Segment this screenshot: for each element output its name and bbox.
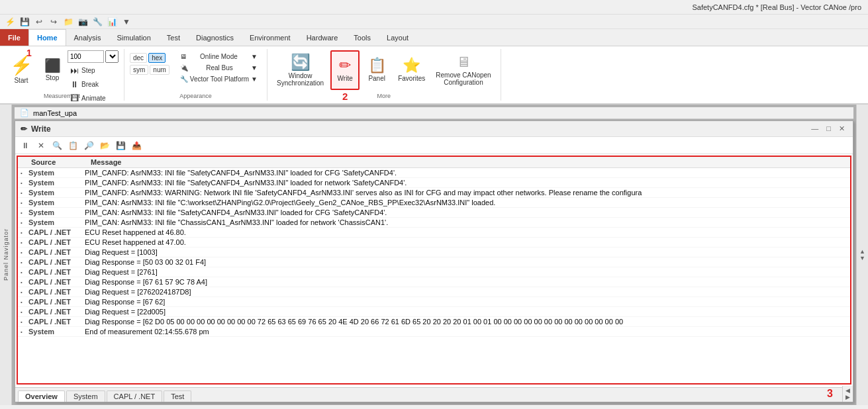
speed-input[interactable] bbox=[68, 50, 104, 63]
bottom-tab-overview[interactable]: Overview bbox=[18, 390, 65, 402]
remove-canopen-button[interactable]: 🖥 Remove CANopen Configuration bbox=[432, 50, 495, 90]
vtp-chevron: ▼ bbox=[251, 75, 258, 83]
log-row[interactable]: • System PIM_CAN: AsrNM33: INI file "Saf… bbox=[18, 208, 850, 218]
log-row[interactable]: • CAPL / .NET Diag Request = [2761] bbox=[18, 267, 850, 277]
real-bus-dropdown[interactable]: 🔌 Real Bus ▼ bbox=[176, 63, 262, 73]
scroll-left-icon[interactable]: ◀ bbox=[845, 387, 850, 394]
tab-hardware[interactable]: Hardware bbox=[299, 29, 346, 46]
find-btn[interactable]: 🔎 bbox=[81, 139, 96, 152]
tab-simulation[interactable]: Simulation bbox=[109, 29, 158, 46]
window-sync-icon: 🔄 bbox=[291, 54, 311, 70]
panel-button[interactable]: 📋 Panel bbox=[362, 50, 391, 90]
qa-save-icon[interactable]: 💾 bbox=[18, 15, 31, 28]
log-bullet: • bbox=[21, 169, 28, 176]
log-source: CAPL / .NET bbox=[28, 298, 85, 306]
log-row[interactable]: • System End of measurement 02:14:55.678… bbox=[18, 327, 850, 337]
bottom-tab-system[interactable]: System bbox=[66, 390, 105, 402]
stop-button[interactable]: ⬛ Stop bbox=[40, 50, 65, 90]
favorites-button[interactable]: ⭐ Favorites bbox=[394, 50, 429, 90]
log-row[interactable]: • System PIM_CANFD: AsrNM33: INI file "S… bbox=[18, 178, 850, 188]
log-message: Diag Response = [62 D0 05 00 00 00 00 00… bbox=[85, 318, 847, 326]
tab-environment[interactable]: Environment bbox=[242, 29, 299, 46]
window-sync-button[interactable]: 🔄 Window Synchronization bbox=[273, 50, 328, 90]
start-button[interactable]: ⚡ Start bbox=[5, 50, 37, 90]
log-source: CAPL / .NET bbox=[28, 258, 85, 266]
log-row[interactable]: • CAPL / .NET Diag Response = [67 62] bbox=[18, 297, 850, 307]
tab-tools[interactable]: Tools bbox=[346, 29, 379, 46]
log-bullet: • bbox=[21, 199, 28, 206]
log-source: System bbox=[28, 218, 85, 226]
save-log-btn[interactable]: 💾 bbox=[113, 139, 128, 152]
close-button[interactable]: ✕ bbox=[836, 124, 847, 133]
qa-chart-icon[interactable]: 📊 bbox=[105, 15, 119, 28]
bottom-tab-test[interactable]: Test bbox=[164, 390, 191, 402]
minimize-button[interactable]: — bbox=[808, 124, 821, 133]
log-row[interactable]: • System PIM_CAN: AsrNM33: INI file "C:\… bbox=[18, 198, 850, 208]
step-button[interactable]: ⏭ Step bbox=[68, 64, 119, 77]
log-row[interactable]: • CAPL / .NET Diag Request = [22d005] bbox=[18, 307, 850, 317]
clear-btn[interactable]: ✕ bbox=[34, 139, 48, 152]
outer-window-bar: 📄 manTest_upa bbox=[15, 107, 853, 119]
scroll-right-icon[interactable]: ▶ bbox=[845, 394, 850, 400]
vtp-icon: 🔧 bbox=[180, 75, 188, 83]
log-source: System bbox=[28, 328, 85, 336]
num-mode-btn[interactable]: num bbox=[150, 65, 169, 75]
copy-btn[interactable]: 📋 bbox=[66, 139, 80, 152]
qa-open-icon[interactable]: 📁 bbox=[62, 15, 75, 28]
sym-mode-btn[interactable]: sym bbox=[130, 65, 148, 75]
qa-more-icon[interactable]: ▼ bbox=[120, 15, 133, 28]
qa-tools-icon[interactable]: 🔧 bbox=[91, 15, 104, 28]
log-row[interactable]: • CAPL / .NET Diag Response = [67 61 57 … bbox=[18, 277, 850, 287]
qa-new-icon[interactable]: ⚡ bbox=[3, 15, 17, 28]
step-icon: ⏭ bbox=[70, 66, 79, 75]
log-row[interactable]: • System PIM_CAN: AsrNM33: INI file "Cha… bbox=[18, 218, 850, 228]
log-source: System bbox=[28, 208, 85, 216]
log-bullet: • bbox=[21, 268, 28, 275]
log-row[interactable]: • CAPL / .NET ECU Reset happened at 47.0… bbox=[18, 238, 850, 248]
maximize-button[interactable]: □ bbox=[824, 124, 834, 133]
pause-btn[interactable]: ⏸ bbox=[18, 139, 32, 152]
right-scroll-up[interactable]: ▲ bbox=[859, 248, 865, 255]
write-window-controls: — □ ✕ bbox=[808, 124, 847, 133]
log-bullet: • bbox=[21, 328, 28, 335]
log-area[interactable]: Source Message • System PIM_CANFD: AsrNM… bbox=[17, 156, 851, 385]
export-btn[interactable]: 📤 bbox=[129, 139, 144, 152]
filter-btn[interactable]: 🔍 bbox=[50, 139, 64, 152]
tab-layout[interactable]: Layout bbox=[379, 29, 416, 46]
right-scroll-down[interactable]: ▼ bbox=[859, 255, 865, 261]
log-row[interactable]: • CAPL / .NET ECU Reset happened at 46.8… bbox=[18, 228, 850, 238]
log-row[interactable]: • CAPL / .NET Diag Request = [1003] bbox=[18, 248, 850, 257]
log-message: Diag Response = [67 62] bbox=[85, 298, 847, 306]
log-row[interactable]: • CAPL / .NET Diag Response = [50 03 00 … bbox=[18, 257, 850, 267]
open-btn[interactable]: 📂 bbox=[97, 139, 112, 152]
write-toolbar: ⏸ ✕ 🔍 📋 🔎 📂 💾 📤 bbox=[15, 137, 853, 154]
log-bullet: • bbox=[21, 298, 28, 305]
tab-file[interactable]: File bbox=[0, 29, 28, 46]
log-row[interactable]: • CAPL / .NET Diag Response = [62 D0 05 … bbox=[18, 317, 850, 327]
bottom-tabs: OverviewSystemCAPL / .NETTest bbox=[15, 387, 842, 402]
write-btn-wrapper: ✏ Write 2 bbox=[330, 50, 360, 90]
log-source: CAPL / .NET bbox=[28, 288, 85, 296]
tab-home[interactable]: Home bbox=[28, 29, 66, 46]
log-source: CAPL / .NET bbox=[28, 308, 85, 316]
speed-unit-select[interactable]: % bbox=[105, 50, 119, 63]
break-button[interactable]: ⏸ Break bbox=[68, 78, 119, 91]
tab-test[interactable]: Test bbox=[159, 29, 188, 46]
log-row[interactable]: • CAPL / .NET Diag Request = [2762024187… bbox=[18, 287, 850, 297]
tab-analysis[interactable]: Analysis bbox=[66, 29, 109, 46]
qa-camera-icon[interactable]: 📷 bbox=[76, 15, 89, 28]
bottom-tab-capl----net[interactable]: CAPL / .NET bbox=[107, 390, 163, 402]
log-row[interactable]: • System PIM_CANFD: AsrNM33: WARNING: Ne… bbox=[18, 188, 850, 198]
bus-config-group: 🖥 Online Mode ▼ 🔌 Real Bus ▼ 🔧 Vector To… bbox=[176, 50, 262, 85]
qa-undo-icon[interactable]: ↩ bbox=[32, 15, 46, 28]
log-message: PIM_CANFD: AsrNM33: WARNING: Network INI… bbox=[85, 189, 847, 197]
qa-redo-icon[interactable]: ↪ bbox=[47, 15, 60, 28]
vector-tool-platform-dropdown[interactable]: 🔧 Vector Tool Platform ▼ bbox=[176, 74, 262, 84]
hex-mode-btn[interactable]: hex bbox=[148, 53, 166, 63]
dec-mode-btn[interactable]: dec bbox=[130, 53, 147, 63]
appearance-group-label: Appearance bbox=[124, 93, 267, 99]
log-row[interactable]: • System PIM_CANFD: AsrNM33: INI file "S… bbox=[18, 168, 850, 178]
write-button[interactable]: ✏ Write bbox=[330, 50, 360, 90]
online-mode-dropdown[interactable]: 🖥 Online Mode ▼ bbox=[176, 52, 262, 62]
tab-diagnostics[interactable]: Diagnostics bbox=[188, 29, 242, 46]
